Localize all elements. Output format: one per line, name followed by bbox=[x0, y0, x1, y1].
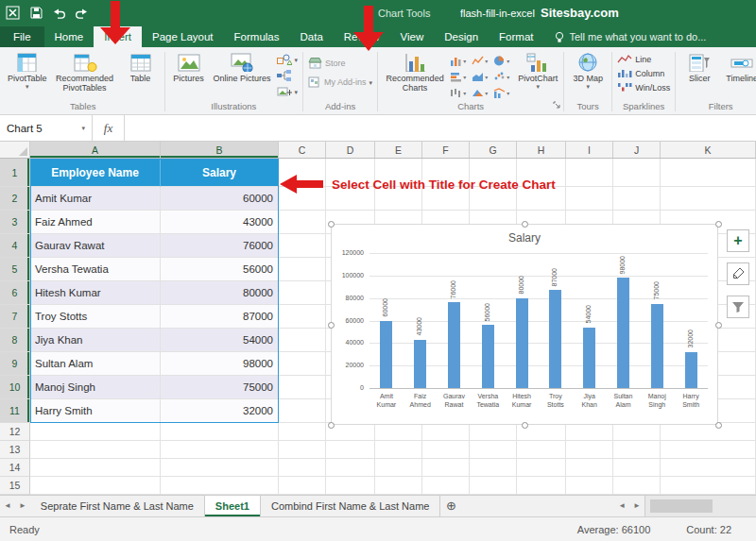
cell-C5[interactable] bbox=[279, 258, 326, 281]
row-header-6[interactable]: 6 bbox=[0, 281, 30, 305]
cell-G12[interactable] bbox=[470, 423, 517, 441]
column-header-D[interactable]: D bbox=[326, 142, 375, 158]
row-header-10[interactable]: 10 bbox=[0, 376, 30, 399]
cell-I13[interactable] bbox=[566, 441, 613, 459]
cell-A10[interactable]: Manoj Singh bbox=[30, 376, 161, 399]
cell-F15[interactable] bbox=[422, 477, 470, 495]
scroll-right-icon[interactable]: ► bbox=[629, 496, 644, 516]
cell-B9[interactable]: 98000 bbox=[161, 352, 279, 376]
cell-D14[interactable] bbox=[326, 459, 375, 477]
cell-C4[interactable] bbox=[279, 234, 326, 258]
tab-view[interactable]: View bbox=[390, 26, 435, 47]
column-header-F[interactable]: F bbox=[422, 142, 470, 158]
sheet-tab-combind-first-name-last-name[interactable]: Combind First Name & Last Name bbox=[261, 496, 441, 516]
formula-input[interactable] bbox=[125, 115, 756, 141]
cell-A6[interactable]: Hitesh Kumar bbox=[30, 281, 161, 305]
excel-app-icon[interactable] bbox=[6, 6, 20, 23]
sparkline-line-button[interactable]: Line bbox=[615, 53, 653, 65]
scrollbar-track[interactable] bbox=[644, 496, 756, 516]
cell-F12[interactable] bbox=[422, 423, 470, 441]
chart-bar-9[interactable] bbox=[651, 304, 663, 388]
row-header-5[interactable]: 5 bbox=[0, 258, 30, 281]
cell-J15[interactable] bbox=[613, 477, 661, 495]
redo-icon[interactable] bbox=[76, 8, 88, 22]
horizontal-scrollbar[interactable]: ◄ ► bbox=[614, 496, 756, 516]
chart-bar-10[interactable] bbox=[685, 352, 697, 388]
pictures-button[interactable]: Pictures bbox=[168, 50, 210, 83]
bar-chart-icon[interactable]: ▾ bbox=[450, 69, 471, 84]
combo-chart-icon[interactable]: ▾ bbox=[493, 85, 514, 100]
timeline-button[interactable]: Timeline bbox=[721, 50, 756, 83]
cell-B11[interactable]: 32000 bbox=[161, 399, 279, 423]
chart-selection-handle[interactable] bbox=[715, 422, 722, 429]
cell-E12[interactable] bbox=[375, 423, 422, 441]
cell-A1[interactable]: Employee Name bbox=[30, 159, 161, 187]
cell-K1[interactable] bbox=[661, 159, 756, 187]
cell-C7[interactable] bbox=[279, 305, 326, 329]
cell-A9[interactable]: Sultan Alam bbox=[30, 352, 161, 376]
row-header-8[interactable]: 8 bbox=[0, 329, 30, 352]
cell-A5[interactable]: Versha Tewatia bbox=[30, 258, 161, 281]
cell-A14[interactable] bbox=[30, 459, 161, 477]
column-header-B[interactable]: B bbox=[161, 142, 279, 158]
cell-C3[interactable] bbox=[279, 211, 326, 234]
column-header-I[interactable]: I bbox=[566, 142, 613, 158]
cell-B5[interactable]: 56000 bbox=[161, 258, 279, 281]
row-header-7[interactable]: 7 bbox=[0, 305, 30, 329]
chart-bar-4[interactable] bbox=[482, 325, 494, 388]
table-button[interactable]: Table bbox=[120, 50, 162, 83]
cell-C13[interactable] bbox=[279, 441, 326, 459]
cell-B7[interactable]: 87000 bbox=[161, 305, 279, 329]
sparkline-column-button[interactable]: Column bbox=[615, 67, 666, 79]
recommended-charts-button[interactable]: Recommended Charts bbox=[381, 50, 449, 93]
tab-formulas[interactable]: Formulas bbox=[224, 26, 290, 47]
column-header-G[interactable]: G bbox=[470, 142, 517, 158]
cell-B3[interactable]: 43000 bbox=[161, 211, 279, 234]
my-add-ins-button[interactable]: My Add-ins▾ bbox=[306, 76, 374, 89]
tab-home[interactable]: Home bbox=[44, 26, 94, 47]
cell-E14[interactable] bbox=[375, 459, 422, 477]
chart-elements-button[interactable]: + bbox=[727, 229, 749, 252]
cell-J1[interactable] bbox=[613, 159, 661, 187]
recommended-pivottables-button[interactable]: Recommended PivotTables bbox=[51, 50, 119, 93]
save-icon[interactable] bbox=[30, 7, 43, 22]
cell-A11[interactable]: Harry Smith bbox=[30, 399, 161, 423]
line-chart-icon[interactable]: ▾ bbox=[472, 53, 492, 68]
cell-C6[interactable] bbox=[279, 281, 326, 305]
cell-A12[interactable] bbox=[30, 423, 161, 441]
cell-H15[interactable] bbox=[517, 477, 566, 495]
cell-A7[interactable]: Troy Stotts bbox=[30, 305, 161, 329]
sheet-tab-sheet1[interactable]: Sheet1 bbox=[205, 496, 261, 516]
tab-file[interactable]: File bbox=[0, 26, 44, 47]
charts-dialog-launcher-icon[interactable] bbox=[553, 99, 561, 112]
store-button[interactable]: Store bbox=[306, 56, 348, 70]
chart-bar-2[interactable] bbox=[414, 340, 426, 388]
cell-G13[interactable] bbox=[470, 441, 517, 459]
smartart-button[interactable] bbox=[275, 69, 301, 82]
cell-E13[interactable] bbox=[375, 441, 422, 459]
cell-C11[interactable] bbox=[279, 399, 326, 423]
cell-H14[interactable] bbox=[517, 459, 566, 477]
cell-F14[interactable] bbox=[422, 459, 470, 477]
cell-I1[interactable] bbox=[566, 159, 613, 187]
cell-I15[interactable] bbox=[566, 477, 613, 495]
chart-selection-handle[interactable] bbox=[715, 322, 722, 329]
chart-selection-handle[interactable] bbox=[328, 422, 335, 429]
cell-B4[interactable]: 76000 bbox=[161, 234, 279, 258]
undo-icon[interactable] bbox=[53, 8, 65, 22]
sheet-tab-seprate-first-name-last-name[interactable]: Seprate First Name & Last Name bbox=[30, 496, 205, 516]
slicer-button[interactable]: Slicer bbox=[679, 50, 720, 83]
row-header-11[interactable]: 11 bbox=[0, 399, 30, 423]
sheet-nav-left-icon[interactable]: ◄ bbox=[0, 496, 15, 516]
row-header-9[interactable]: 9 bbox=[0, 352, 30, 376]
cell-C9[interactable] bbox=[279, 352, 326, 376]
column-header-C[interactable]: C bbox=[279, 142, 326, 158]
cell-A3[interactable]: Faiz Ahmed bbox=[30, 211, 161, 234]
cell-G15[interactable] bbox=[470, 477, 517, 495]
chart-bar-1[interactable] bbox=[380, 321, 392, 389]
chart-bar-6[interactable] bbox=[549, 290, 561, 388]
chart-selection-handle[interactable] bbox=[328, 322, 335, 329]
tab-data[interactable]: Data bbox=[290, 26, 334, 47]
stock-chart-icon[interactable]: ▾ bbox=[450, 85, 471, 100]
chart-styles-button[interactable] bbox=[727, 262, 749, 285]
